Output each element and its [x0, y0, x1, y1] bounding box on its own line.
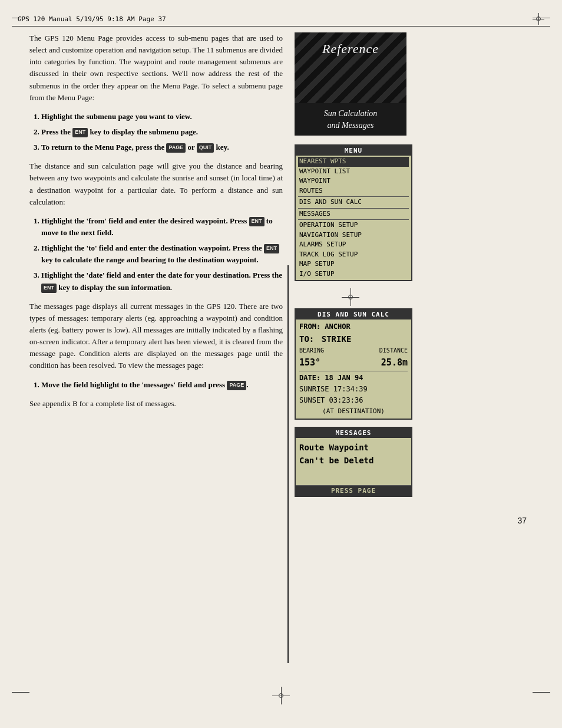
reference-subtitle-box: Sun Calculation and Messages: [295, 103, 406, 136]
page-header: GPS 120 Manual 5/19/95 9:18 AM Page 37: [12, 12, 550, 27]
left-column: The GPS 120 Menu Page provides access to…: [12, 32, 283, 504]
main-content: The GPS 120 Menu Page provides access to…: [12, 32, 550, 504]
spacer1: [295, 136, 406, 144]
sunrise-row: SUNRISE 17:34:39: [299, 384, 408, 395]
ent-key-4: ENT: [41, 284, 57, 293]
messages-panel-title: MESSAGES: [296, 428, 411, 438]
menu-item-routes: ROUTES: [298, 186, 409, 196]
dis-sun-step-2: Highlight the 'to' field and enter the d…: [41, 242, 283, 266]
menu-divider-1: [298, 196, 409, 197]
dis-sun-panel: DIS AND SUN CALC FROM: ANCHOR TO: STRIKE…: [295, 308, 412, 420]
footer-note: See appendix B for a complete list of me…: [29, 398, 283, 410]
to-value: STRIKE: [322, 334, 352, 344]
date-row: DATE: 18 JAN 94: [299, 373, 408, 384]
menu-item-messages: MESSAGES: [298, 209, 409, 219]
from-label: FROM:: [299, 322, 320, 331]
messages-line1: Route Waypoint: [299, 441, 408, 454]
ent-key-2: ENT: [249, 217, 265, 226]
right-crosshair: [342, 288, 359, 306]
corner-mark-br: [533, 692, 550, 693]
vertical-separator: [287, 265, 289, 663]
ds-step1-text: Highlight the 'from' field and enter the…: [41, 216, 273, 237]
messages-steps-list: Move the field highlight to the 'message…: [41, 379, 283, 391]
page-key-1: PAGE: [166, 143, 186, 153]
right-column: Reference Sun Calculation and Messages M…: [295, 32, 418, 504]
sun-divider: [299, 371, 408, 371]
quit-key-1: QUIT: [197, 143, 214, 153]
sunrise-value: 17:34:39: [333, 385, 368, 393]
menu-item-waypoint: WAYPOINT: [298, 176, 409, 186]
menu-item-op-setup: OPERATION SETUP: [298, 220, 409, 230]
intro-text: The GPS 120 Menu Page provides access to…: [29, 32, 283, 104]
date-label: DATE:: [299, 374, 320, 382]
menu-item-track: TRACK LOG SETUP: [298, 250, 409, 260]
reference-subtitle: Sun Calculation and Messages: [300, 108, 401, 131]
menu-panel-body: NEAREST WPTS WAYPOINT LIST WAYPOINT ROUT…: [296, 156, 411, 280]
step3-text: To return to the Menu Page, press the PA…: [41, 143, 229, 151]
reference-banner-wrap: Reference Sun Calculation and Messages: [295, 32, 406, 136]
menu-panel: MENU NEAREST WPTS WAYPOINT LIST WAYPOINT…: [295, 144, 412, 281]
menu-item-nav-setup: NAVIGATION SETUP: [298, 230, 409, 241]
ds-step2-text: Highlight the 'to' field and enter the d…: [41, 243, 279, 264]
page-number: 37: [517, 516, 527, 525]
distance-label: DISTANCE: [379, 346, 408, 355]
dis-sun-steps-list: Highlight the 'from' field and enter the…: [41, 215, 283, 294]
menu-item-map: MAP SETUP: [298, 259, 409, 269]
messages-panel: MESSAGES Route Waypoint Can't be Deletd …: [295, 427, 412, 497]
date-value: 18 JAN 94: [325, 374, 363, 382]
menu-item-nearest: NEAREST WPTS: [298, 157, 409, 167]
menu-item-io: I/O SETUP: [298, 269, 409, 279]
corner-mark-tl: [12, 18, 29, 18]
menu-divider-2: [298, 208, 409, 209]
at-dest-row: (AT DESTINATION): [299, 406, 408, 417]
bearing-label: BEARING: [299, 346, 324, 355]
step1-text: Highlight the submenu page you want to v…: [41, 112, 192, 121]
crosshair-circle: [536, 17, 541, 21]
menu-item-wplist: WAYPOINT LIST: [298, 167, 409, 177]
page-container: GPS 120 Manual 5/19/95 9:18 AM Page 37 T…: [0, 0, 562, 728]
from-value: ANCHOR: [325, 322, 350, 331]
msg-step1-text: Move the field highlight to the 'message…: [41, 380, 248, 389]
sunrise-label: SUNRISE: [299, 385, 329, 393]
dis-sun-title: DIS AND SUN CALC: [296, 309, 411, 319]
dis-sun-intro: The distance and sun calculation page wi…: [29, 160, 283, 208]
messages-line2: Can't be Deletd: [299, 454, 408, 467]
stripe-area: Reference: [295, 32, 406, 103]
bearing-value: 153°: [299, 355, 320, 370]
corner-mark-bl: [12, 692, 29, 693]
bearing-header-row: BEARING DISTANCE: [299, 346, 408, 355]
distance-value: 25.8m: [381, 355, 408, 370]
subtitle-line1: Sun Calculation: [324, 109, 378, 118]
header-crosshair: [533, 13, 544, 25]
reference-title: Reference: [295, 41, 406, 57]
subtitle-line2: and Messages: [328, 121, 374, 130]
sunset-value: 03:23:36: [329, 396, 363, 404]
press-page-label: PRESS PAGE: [296, 485, 411, 496]
page-key-2: PAGE: [227, 381, 246, 390]
bc-circle: [279, 693, 283, 698]
dis-sun-step-3: Highlight the 'date' field and enter the…: [41, 269, 283, 293]
menu-divider-3: [298, 219, 409, 220]
sunset-row: SUNSET 03:23:36: [299, 395, 408, 406]
sunset-label: SUNSET: [299, 396, 325, 404]
dis-sun-from-row: FROM: ANCHOR: [299, 321, 408, 332]
menu-step-1: Highlight the submenu page you want to v…: [41, 111, 283, 123]
ent-key-1: ENT: [72, 128, 88, 137]
ent-key-3: ENT: [264, 244, 279, 253]
dis-sun-step-1: Highlight the 'from' field and enter the…: [41, 215, 283, 239]
step2-text: Press the ENT key to display the submenu…: [41, 127, 198, 136]
header-text: GPS 120 Manual 5/19/95 9:18 AM Page 37: [18, 15, 166, 23]
bearing-values-row: 153° 25.8m: [299, 355, 408, 370]
menu-item-alarms: ALARMS SETUP: [298, 240, 409, 250]
menu-item-dis-sun: DIS AND SUN CALC: [298, 197, 409, 207]
to-label: TO:: [299, 334, 314, 344]
messages-step-1: Move the field highlight to the 'message…: [41, 379, 283, 391]
bottom-crosshair: [272, 687, 290, 704]
menu-step-3: To return to the Menu Page, press the PA…: [41, 141, 283, 153]
ds-step3-text: Highlight the 'date' field and enter the…: [41, 271, 282, 291]
menu-panel-title: MENU: [296, 146, 411, 156]
rc-circle: [348, 295, 353, 299]
menu-steps-list: Highlight the submenu page you want to v…: [41, 111, 283, 153]
messages-body: Route Waypoint Can't be Deletd: [296, 438, 411, 485]
messages-intro: The messages page displays all current m…: [29, 301, 283, 372]
